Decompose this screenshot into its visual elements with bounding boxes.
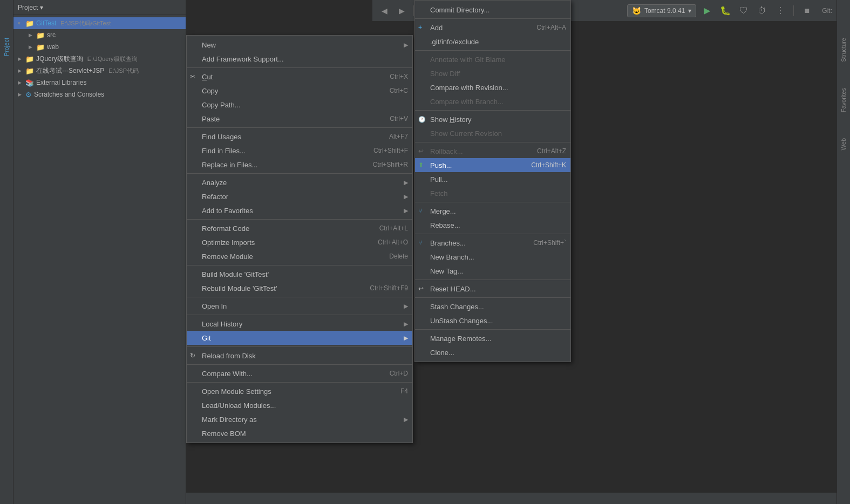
menu-item-mark-directory[interactable]: Mark Directory as ▶ [187,412,412,426]
git-menu-branches[interactable]: ⑂ Branches... Ctrl+Shift+` [415,236,570,250]
separator-7 [187,315,412,315]
menu-item-add-framework[interactable]: Add Framework Support... [187,52,412,66]
git-add-shortcut: Ctrl+Alt+A [526,24,566,31]
git-menu-push[interactable]: ⬆ Push... Ctrl+Shift+K [415,158,570,172]
git-label-new-tag: New Tag... [430,267,463,275]
menu-item-load-unload[interactable]: Load/Unload Modules... [187,398,412,412]
web-tab[interactable]: Web [838,133,849,155]
git-menu-rebase[interactable]: Rebase... [415,218,570,232]
nav-back-button[interactable]: ◀ [377,3,392,18]
run-config-dropdown-icon: ▾ [688,7,691,15]
tree-item-gittest[interactable]: ▾ 📁 GitTest E:\JSP代码\GitTest [13,17,186,29]
menu-item-optimize-imports[interactable]: Optimize Imports Ctrl+Alt+O [187,235,412,249]
menu-item-build-module[interactable]: Build Module 'GitTest' [187,267,412,281]
git-menu-new-branch[interactable]: New Branch... [415,250,570,264]
menu-item-reload[interactable]: ↻ Reload from Disk [187,349,412,363]
tree-item-jquery[interactable]: ▶ 📁 JQuery级联查询 E:\JQuery级联查询 [13,53,186,65]
git-badge: Git: [822,7,832,15]
context-menu-main: New ▶ Add Framework Support... ✂ Cut Ctr… [186,35,413,443]
menu-item-add-favorites[interactable]: Add to Favorites ▶ [187,203,412,217]
git-menu-pull[interactable]: Pull... [415,172,570,186]
menu-item-refactor[interactable]: Refactor ▶ [187,189,412,203]
menu-item-local-history[interactable]: Local History ▶ [187,317,412,331]
compare-with-shortcut: Ctrl+D [379,370,408,377]
git-label-commit-directory: Commit Directory... [430,6,489,14]
git-sep-6 [415,234,570,234]
git-menu-reset-head[interactable]: ↩ Reset HEAD... [415,282,570,296]
menu-label-load-unload: Load/Unload Modules... [202,401,276,410]
project-panel-title[interactable]: Project ▾ [18,4,43,11]
project-panel: Project ▾ ▾ 📁 GitTest E:\JSP代码\GitTest ▶… [13,0,186,504]
git-menu-manage-remotes[interactable]: Manage Remotes... [415,331,570,345]
menu-item-open-module-settings[interactable]: Open Module Settings F4 [187,384,412,398]
git-menu-add[interactable]: + Add Ctrl+Alt+A [415,21,570,35]
menu-label-remove-bom: Remove BOM [202,430,246,438]
project-panel-header: Project ▾ [13,0,186,15]
icon-scratches: ⚙ [25,91,32,99]
rebuild-shortcut: Ctrl+Shift+F9 [359,284,408,292]
remove-module-shortcut: Delete [378,253,408,260]
tree-arrow-jquery: ▶ [18,56,23,62]
left-sidebar: Project [0,0,13,504]
nav-separator-1 [413,5,414,16]
menu-item-rebuild-module[interactable]: Rebuild Module 'GitTest' Ctrl+Shift+F9 [187,281,412,295]
separator-4 [187,219,412,220]
menu-item-paste[interactable]: Paste Ctrl+V [187,112,412,126]
debug-button[interactable]: 🐛 [718,3,733,18]
git-menu-stash[interactable]: Stash Changes... [415,299,570,314]
push-icon: ⬆ [418,161,424,169]
tree-item-web[interactable]: ▶ 📁 web [13,41,186,53]
git-menu-show-history[interactable]: 🕐 Show History [415,112,570,126]
coverage-button[interactable]: 🛡 [736,3,751,18]
menu-item-find-in-files[interactable]: Find in Files... Ctrl+Shift+F [187,144,412,158]
tree-item-src[interactable]: ▶ 📁 src [13,29,186,41]
menu-item-new[interactable]: New ▶ [187,38,412,52]
git-label-rebase: Rebase... [430,221,460,229]
menu-item-remove-module[interactable]: Remove Module Delete [187,249,412,263]
git-menu-new-tag[interactable]: New Tag... [415,264,570,278]
menu-item-copy-path[interactable]: Copy Path... [187,98,412,112]
project-tab[interactable]: Project [1,32,12,62]
git-menu-commit-directory[interactable]: Commit Directory... [415,3,570,17]
nav-forward-button[interactable]: ▶ [394,3,409,18]
git-menu-clone[interactable]: Clone... [415,345,570,359]
structure-tab[interactable]: Structure [838,32,849,67]
tree-arrow-web: ▶ [29,44,34,50]
menu-label-git: Git [202,334,211,342]
tree-label-src: src [47,31,56,39]
git-menu-compare-revision[interactable]: Compare with Revision... [415,80,570,94]
profile-button[interactable]: ⏱ [754,3,770,18]
menu-label-find-usages: Find Usages [202,133,241,141]
git-menu-merge[interactable]: ⑂ Merge... [415,204,570,218]
more-button[interactable]: ⋮ [773,3,788,18]
menu-item-git[interactable]: Git ▶ [187,331,412,345]
cut-icon: ✂ [190,73,195,80]
favorites-tab[interactable]: Favorites [838,83,849,118]
git-menu-gitinfo[interactable]: .git/info/exclude [415,35,570,49]
menu-item-find-usages[interactable]: Find Usages Alt+F7 [187,130,412,144]
separator-5 [187,265,412,265]
run-config[interactable]: 🐱 Tomcat 9.0.41 ▾ [627,4,696,17]
menu-item-reformat[interactable]: Reformat Code Ctrl+Alt+L [187,221,412,235]
cut-shortcut: Ctrl+X [379,73,408,80]
separator-8 [187,346,412,347]
run-separator [793,5,794,16]
menu-label-open-module-settings: Open Module Settings [202,387,271,396]
stop-button[interactable]: ■ [799,3,814,18]
tree-item-servlet[interactable]: ▶ 📁 在线考试---Servlet+JSP E:\JSP代码 [13,65,186,77]
menu-item-open-in[interactable]: Open In ▶ [187,299,412,313]
separator-1 [187,67,412,68]
tree-arrow-scratches: ▶ [18,92,23,97]
run-button[interactable]: ▶ [699,3,715,18]
tree-item-extlibs[interactable]: ▶ 📚 External Libraries [13,77,186,88]
menu-item-remove-bom[interactable]: Remove BOM [187,426,412,440]
tree-item-scratches[interactable]: ▶ ⚙ Scratches and Consoles [13,88,186,100]
tomcat-icon: 🐱 [632,6,641,15]
git-menu-unstash[interactable]: UnStash Changes... [415,314,570,328]
menu-item-analyze[interactable]: Analyze ▶ [187,175,412,189]
menu-item-copy[interactable]: Copy Ctrl+C [187,84,412,98]
menu-item-compare-with[interactable]: Compare With... Ctrl+D [187,366,412,380]
menu-item-replace-in-files[interactable]: Replace in Files... Ctrl+Shift+R [187,158,412,172]
menu-item-cut[interactable]: ✂ Cut Ctrl+X [187,70,412,84]
menu-label-reformat: Reformat Code [202,224,249,233]
